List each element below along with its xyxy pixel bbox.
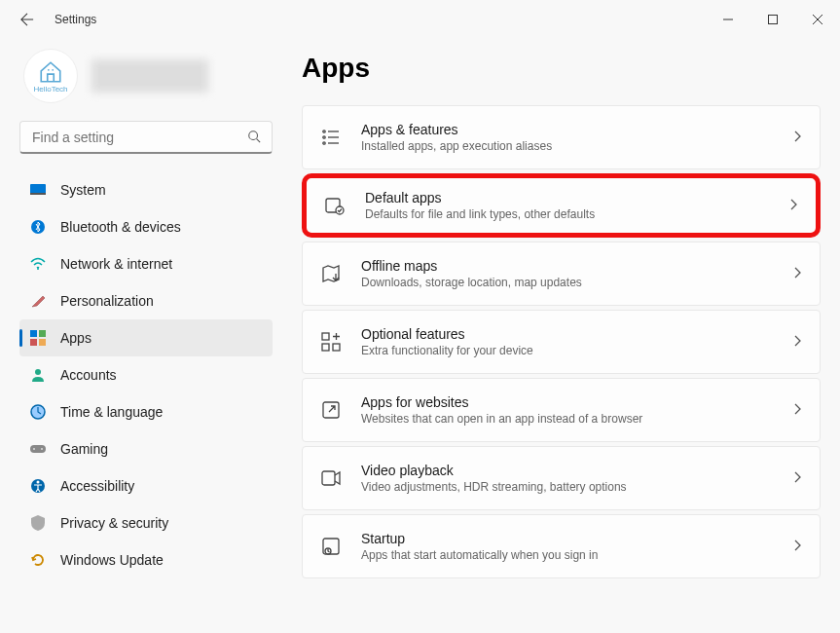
sidebar-item-label: Accounts (60, 367, 117, 383)
wifi-icon (29, 255, 47, 273)
window-controls (706, 4, 840, 35)
card-title: Video playback (361, 463, 794, 478)
svg-rect-1 (769, 16, 778, 24)
sidebar-item-time-language[interactable]: Time & language (19, 393, 273, 430)
sidebar-item-label: Network & internet (60, 256, 172, 272)
arrow-left-icon (20, 13, 34, 26)
sidebar-item-privacy[interactable]: Privacy & security (19, 504, 273, 541)
svg-rect-6 (30, 184, 46, 194)
update-icon (29, 551, 47, 569)
sidebar: HelloTech System Bluetooth & devices (19, 49, 292, 633)
minimize-icon (723, 15, 733, 24)
sidebar-item-label: Personalization (60, 293, 154, 309)
card-startup[interactable]: Startup Apps that start automatically wh… (302, 514, 821, 578)
card-default-apps[interactable]: Default apps Defaults for file and link … (302, 173, 821, 238)
svg-rect-12 (30, 339, 37, 346)
content: HelloTech System Bluetooth & devices (0, 39, 840, 633)
sidebar-item-bluetooth[interactable]: Bluetooth & devices (19, 208, 273, 245)
svg-point-25 (323, 142, 325, 144)
titlebar: Settings (0, 0, 840, 39)
accessibility-icon (29, 477, 47, 495)
card-title: Offline maps (361, 258, 794, 274)
clock-globe-icon (29, 403, 47, 421)
card-apps-for-websites[interactable]: Apps for websites Websites that can open… (302, 378, 821, 442)
sidebar-item-label: Accessibility (60, 478, 134, 494)
sidebar-item-gaming[interactable]: Gaming (19, 430, 273, 467)
sidebar-item-label: Apps (60, 330, 91, 346)
settings-window: Settings HelloTech (0, 0, 840, 633)
sidebar-item-system[interactable]: System (19, 171, 273, 208)
sidebar-item-label: Gaming (60, 441, 108, 457)
video-icon (320, 467, 342, 489)
chevron-right-icon (794, 469, 802, 487)
sidebar-item-label: Privacy & security (60, 515, 168, 531)
close-button[interactable] (795, 4, 840, 35)
search-icon (247, 130, 261, 147)
avatar-label: HelloTech (33, 85, 67, 93)
startup-icon (320, 536, 342, 557)
card-title: Apps & features (361, 122, 794, 137)
svg-rect-30 (322, 344, 329, 351)
avatar: HelloTech (23, 49, 78, 103)
card-offline-maps[interactable]: Offline maps Downloads, storage location… (302, 242, 821, 306)
window-title: Settings (55, 13, 96, 26)
card-text: Optional features Extra functionality fo… (361, 326, 794, 357)
back-button[interactable] (18, 10, 37, 29)
chevron-right-icon (790, 197, 798, 214)
chevron-right-icon (794, 265, 802, 282)
sidebar-item-accounts[interactable]: Accounts (19, 356, 273, 393)
search-input[interactable] (19, 121, 273, 154)
shield-icon (29, 514, 47, 532)
svg-line-5 (257, 139, 261, 143)
sidebar-item-windows-update[interactable]: Windows Update (19, 541, 273, 578)
card-subtitle: Extra functionality for your device (361, 344, 794, 357)
card-subtitle: Video adjustments, HDR streaming, batter… (361, 480, 794, 494)
close-icon (813, 15, 822, 24)
svg-point-21 (323, 130, 325, 132)
default-apps-icon (324, 195, 346, 216)
card-optional-features[interactable]: Optional features Extra functionality fo… (302, 310, 821, 374)
sidebar-item-label: Windows Update (60, 552, 164, 568)
main: Apps Apps & features Installed apps, app… (292, 49, 821, 633)
svg-rect-31 (333, 344, 340, 351)
card-subtitle: Downloads, storage location, map updates (361, 276, 794, 289)
nav: System Bluetooth & devices Network & int… (19, 171, 273, 578)
svg-rect-13 (39, 339, 46, 346)
svg-point-18 (41, 448, 43, 450)
card-text: Default apps Defaults for file and link … (365, 190, 790, 221)
card-subtitle: Websites that can open in an app instead… (361, 412, 794, 426)
profile[interactable]: HelloTech (23, 49, 273, 103)
svg-point-17 (33, 448, 35, 450)
grid-plus-icon (320, 331, 342, 353)
card-apps-features[interactable]: Apps & features Installed apps, app exec… (302, 105, 821, 169)
card-video-playback[interactable]: Video playback Video adjustments, HDR st… (302, 446, 821, 510)
chevron-right-icon (794, 538, 802, 555)
card-text: Startup Apps that start automatically wh… (361, 531, 794, 562)
paintbrush-icon (29, 292, 47, 310)
apps-icon (29, 329, 47, 347)
sidebar-item-apps[interactable]: Apps (19, 319, 273, 356)
maximize-button[interactable] (750, 4, 795, 35)
card-text: Apps for websites Websites that can open… (361, 394, 794, 426)
open-external-icon (320, 399, 342, 421)
monitor-icon (29, 181, 47, 199)
sidebar-item-personalization[interactable]: Personalization (19, 282, 273, 319)
sidebar-item-accessibility[interactable]: Accessibility (19, 467, 273, 504)
sidebar-item-label: System (60, 182, 106, 198)
card-title: Optional features (361, 326, 794, 342)
minimize-button[interactable] (706, 4, 750, 35)
card-text: Apps & features Installed apps, app exec… (361, 122, 794, 153)
svg-rect-7 (30, 193, 46, 195)
card-text: Offline maps Downloads, storage location… (361, 258, 794, 289)
svg-point-2 (48, 68, 50, 70)
svg-point-3 (52, 68, 54, 70)
page-title: Apps (302, 53, 821, 84)
svg-rect-33 (322, 471, 335, 485)
sidebar-item-network[interactable]: Network & internet (19, 245, 273, 282)
bluetooth-icon (29, 218, 47, 236)
chevron-right-icon (794, 333, 802, 351)
card-subtitle: Apps that start automatically when you s… (361, 548, 794, 562)
svg-rect-16 (30, 445, 46, 453)
profile-name (91, 59, 208, 93)
svg-rect-29 (322, 333, 329, 340)
